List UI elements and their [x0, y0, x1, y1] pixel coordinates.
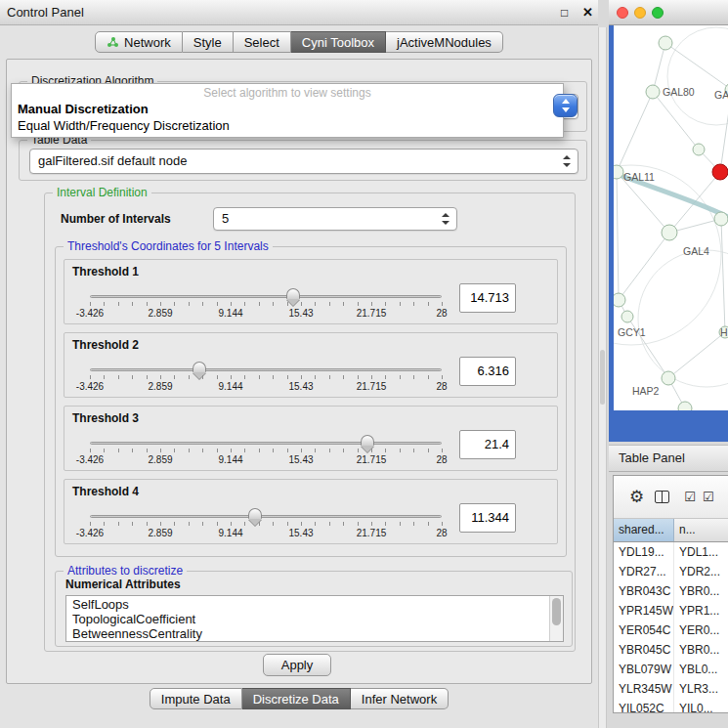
- table-cell[interactable]: YBR043C: [614, 581, 674, 601]
- tab-discretize-data[interactable]: Discretize Data: [242, 688, 351, 709]
- network-node[interactable]: [614, 165, 623, 179]
- table-row[interactable]: YBR045CYBR0...: [614, 640, 728, 660]
- attribute-list-item[interactable]: BetweennessCentrality: [66, 626, 549, 641]
- tab-infer-network[interactable]: Infer Network: [351, 688, 449, 709]
- table-cell[interactable]: YDR27...: [614, 562, 674, 581]
- network-node[interactable]: [659, 36, 672, 50]
- node-table-rows: YDL19...YDL1...YDR27...YDR2...YBR043CYBR…: [614, 542, 728, 713]
- list-scrollbar[interactable]: [549, 596, 563, 641]
- slider-track[interactable]: [90, 442, 442, 445]
- table-cell[interactable]: YER0...: [674, 621, 728, 640]
- tab-impute-data[interactable]: Impute Data: [150, 688, 242, 709]
- table-cell[interactable]: YBL079W: [614, 660, 674, 679]
- network-node[interactable]: [646, 85, 660, 99]
- network-edge[interactable]: [617, 92, 653, 172]
- close-panel-icon[interactable]: ✕: [582, 0, 593, 25]
- slider-track[interactable]: [90, 368, 442, 371]
- table-cell[interactable]: YBR0...: [674, 581, 728, 601]
- table-cell[interactable]: YIL0...: [674, 699, 728, 713]
- table-cell[interactable]: YBL0...: [674, 660, 728, 679]
- attribute-list-item[interactable]: TopologicalCoefficient: [66, 612, 549, 626]
- threshold-value-field[interactable]: 14.713: [459, 283, 516, 313]
- network-node-selected[interactable]: [712, 164, 728, 180]
- network-edge[interactable]: [721, 219, 725, 332]
- close-traffic-light-icon[interactable]: [617, 7, 628, 19]
- network-edge[interactable]: [617, 172, 619, 300]
- gear-icon[interactable]: ⚙: [629, 489, 644, 505]
- numerical-attributes-list[interactable]: SelfLoopsTopologicalCoefficientBetweenne…: [65, 595, 564, 642]
- threshold-slider[interactable]: -3.4262.8599.14415.4321.71528: [84, 436, 448, 469]
- scrollbar-thumb[interactable]: [552, 598, 561, 625]
- threshold-value-field[interactable]: 21.4: [459, 430, 516, 459]
- table-row[interactable]: YDL19...YDL1...: [614, 542, 728, 562]
- slider-thumb[interactable]: [361, 435, 374, 446]
- slider-thumb[interactable]: [286, 288, 300, 299]
- tab-cyni-toolbox[interactable]: Cyni Toolbox: [291, 31, 386, 53]
- table-cell[interactable]: YDR2...: [674, 562, 728, 581]
- network-node[interactable]: [614, 293, 625, 307]
- splitter-handle[interactable]: [600, 350, 605, 405]
- apply-button[interactable]: Apply: [263, 654, 331, 676]
- threshold-value-field[interactable]: 6.316: [459, 357, 516, 386]
- threshold-value-field[interactable]: 11.344: [459, 503, 516, 533]
- table-cell[interactable]: YDL19...: [614, 542, 674, 562]
- network-edge[interactable]: [720, 90, 728, 172]
- table-data-combobox[interactable]: galFiltered.sif default node: [29, 149, 578, 174]
- select-none-icon[interactable]: ☑: [703, 491, 714, 503]
- network-edge[interactable]: [665, 43, 728, 90]
- table-row[interactable]: YIL052CYIL0...: [614, 699, 728, 713]
- network-node[interactable]: [693, 144, 705, 155]
- slider-thumb[interactable]: [193, 362, 206, 372]
- tab-label: Infer Network: [362, 692, 437, 707]
- panel-splitter[interactable]: [598, 27, 607, 728]
- network-edge[interactable]: [668, 332, 725, 378]
- table-row[interactable]: YER054CYER0...: [614, 621, 728, 640]
- network-node[interactable]: [621, 311, 633, 322]
- tab-jactivemnodules[interactable]: jActiveMNodules: [386, 31, 503, 53]
- tab-network[interactable]: Network: [95, 31, 183, 53]
- network-canvas[interactable]: GAL80GAGAL11GAL4GCY1HAP2H: [614, 25, 728, 410]
- table-cell[interactable]: YDL1...: [674, 542, 728, 562]
- tab-select[interactable]: Select: [234, 31, 291, 53]
- slider-track[interactable]: [90, 295, 442, 298]
- slider-scale-label: 21.715: [357, 454, 387, 465]
- column-header-name[interactable]: n...: [674, 519, 728, 541]
- zoom-traffic-light-icon[interactable]: [652, 7, 664, 19]
- table-row[interactable]: YPR145WYPR1...: [614, 601, 728, 621]
- dropdown-option-equal-width-frequency[interactable]: Equal Width/Frequency Discretization: [12, 117, 563, 134]
- float-window-icon[interactable]: □: [561, 0, 568, 25]
- table-cell[interactable]: YLR3...: [674, 679, 728, 699]
- dropdown-option-manual-discretization[interactable]: Manual Discretization: [12, 101, 563, 117]
- table-cell[interactable]: YPR145W: [614, 601, 674, 621]
- network-edge[interactable]: [653, 43, 665, 92]
- table-cell[interactable]: YLR345W: [614, 679, 674, 699]
- network-node[interactable]: [662, 371, 675, 385]
- tab-style[interactable]: Style: [183, 31, 234, 53]
- slider-thumb[interactable]: [248, 508, 262, 519]
- table-cell[interactable]: YBR0...: [674, 640, 728, 660]
- columns-icon[interactable]: [655, 491, 669, 503]
- slider-scale: -3.4262.8599.14415.4321.71528: [90, 454, 442, 466]
- threshold-slider[interactable]: -3.4262.8599.14415.4321.71528: [84, 509, 448, 542]
- minimize-traffic-light-icon[interactable]: [634, 7, 646, 19]
- select-all-icon[interactable]: ☑: [684, 491, 696, 503]
- number-of-intervals-combobox[interactable]: 5: [213, 207, 457, 231]
- table-row[interactable]: YBR043CYBR0...: [614, 581, 728, 601]
- table-cell[interactable]: YPR1...: [674, 601, 728, 621]
- table-cell[interactable]: YER054C: [614, 621, 674, 640]
- table-row[interactable]: YBL079WYBL0...: [614, 660, 728, 679]
- combobox-arrows-icon[interactable]: [553, 94, 578, 117]
- network-node[interactable]: [714, 212, 728, 226]
- table-row[interactable]: YLR345WYLR3...: [614, 679, 728, 699]
- slider-track[interactable]: [90, 515, 442, 518]
- table-cell[interactable]: YIL052C: [614, 699, 674, 713]
- network-node[interactable]: [662, 225, 677, 240]
- network-edge[interactable]: [653, 92, 699, 150]
- table-cell[interactable]: YBR045C: [614, 640, 674, 660]
- attribute-list-item[interactable]: SelfLoops: [66, 597, 549, 612]
- threshold-slider[interactable]: -3.4262.8599.14415.4321.71528: [84, 289, 448, 322]
- column-header-shared-name[interactable]: shared...: [614, 519, 674, 541]
- threshold-slider[interactable]: -3.4262.8599.14415.4321.71528: [84, 363, 448, 396]
- network-node[interactable]: [678, 402, 692, 410]
- table-row[interactable]: YDR27...YDR2...: [614, 562, 728, 581]
